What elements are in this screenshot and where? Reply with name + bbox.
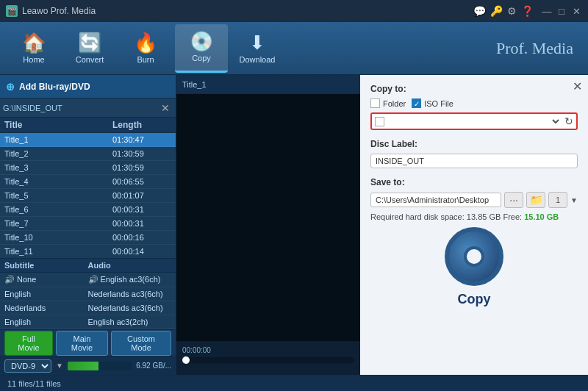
file-row[interactable]: Title_6 00:00:31 — [0, 203, 176, 217]
copy-to-row: Folder ISO File — [370, 98, 578, 108]
audio-value: English ac3(2ch) — [88, 318, 172, 326]
left-panel: ⊕ Add Blu-ray/DVD G:\INSIDE_OUT ✕ Title … — [0, 75, 176, 375]
file-row[interactable]: Title_1 01:30:47 — [0, 133, 176, 147]
audio-value: Nederlands ac3(6ch) — [88, 290, 172, 298]
file-length: 01:30:59 — [112, 149, 171, 158]
subtitle-audio-row[interactable]: Nederlands Nederlands ac3(6ch) — [0, 301, 176, 315]
mode-buttons-bar: Full Movie Main Movie Custom Mode — [0, 329, 176, 356]
disc-label-label: Disc Label: — [370, 139, 578, 149]
save-path-browse-button[interactable]: ··· — [504, 192, 523, 208]
toolbar-item-copy[interactable]: 💿 Copy — [175, 24, 228, 73]
minimize-button[interactable]: — — [541, 5, 553, 17]
right-panel-close-button[interactable]: ✕ — [573, 79, 582, 93]
download-icon: ⬇ — [249, 33, 265, 52]
video-controls: 00:00:00 — [176, 341, 360, 375]
file-length: 00:00:14 — [112, 247, 171, 256]
folder-checkbox[interactable] — [370, 98, 380, 108]
file-row[interactable]: Title_10 00:00:16 — [0, 231, 176, 245]
main-area: ⊕ Add Blu-ray/DVD G:\INSIDE_OUT ✕ Title … — [0, 75, 588, 375]
copy-disc-icon[interactable] — [445, 227, 503, 286]
subtitle-value: 🔊None — [4, 275, 88, 284]
app-title: Leawo Prof. Media — [22, 6, 96, 16]
dropdown-arrow-icon: ▼ — [56, 362, 63, 370]
home-icon: 🏠 — [22, 33, 46, 52]
center-panel: Title_1 00:00:00 — [176, 75, 360, 375]
folder-option[interactable]: Folder — [370, 98, 406, 108]
full-movie-button[interactable]: Full Movie — [4, 331, 53, 356]
main-movie-button[interactable]: Main Movie — [56, 331, 108, 356]
file-title: Title_4 — [4, 177, 112, 186]
gear-icon[interactable]: ⚙ — [507, 5, 517, 17]
file-title: Title_10 — [4, 233, 112, 242]
iso-path-checkbox[interactable] — [375, 117, 384, 126]
iso-path-dropdown[interactable] — [547, 117, 562, 126]
iso-checkbox[interactable] — [412, 98, 421, 108]
file-title: Title_3 — [4, 163, 112, 172]
brand-text: Prof. Media — [496, 39, 581, 58]
video-title-bar: Title_1 — [176, 75, 360, 94]
copy-label: Copy — [192, 54, 211, 62]
subtitle-header: Subtitle — [4, 261, 88, 270]
custom-mode-button[interactable]: Custom Mode — [111, 331, 171, 356]
disc-label-section: Disc Label: — [370, 139, 578, 168]
video-progress-bar[interactable] — [182, 357, 354, 363]
iso-option[interactable]: ISO File — [412, 98, 453, 108]
path-close-button[interactable]: ✕ — [158, 102, 173, 114]
file-row[interactable]: Title_2 01:30:59 — [0, 147, 176, 161]
toolbar: 🏠 Home 🔄 Convert 🔥 Burn 💿 Copy ⬇ Downloa… — [0, 22, 588, 75]
save-path-open-button[interactable]: 📁 — [526, 192, 545, 208]
file-row[interactable]: Title_5 00:01:07 — [0, 189, 176, 203]
file-title: Title_1 — [4, 135, 112, 144]
file-length: 00:00:31 — [112, 219, 171, 228]
dvd-bar: DVD-9 DVD-5 ▼ 6.92 GB/... — [0, 356, 176, 375]
toolbar-item-convert[interactable]: 🔄 Convert — [63, 24, 116, 73]
file-title: Title_7 — [4, 219, 112, 228]
audio-value: 🔊English ac3(6ch) — [88, 275, 172, 284]
file-path-text: G:\INSIDE_OUT — [3, 104, 155, 112]
save-to-label: Save to: — [370, 177, 578, 187]
subtitle-audio-row[interactable]: English Nederlands ac3(6ch) — [0, 287, 176, 301]
file-row[interactable]: Title_11 00:00:14 — [0, 245, 176, 258]
toolbar-item-home[interactable]: 🏠 Home — [7, 24, 60, 73]
dvd-progress-text: 6.92 GB/... — [136, 362, 171, 370]
audio-header: Audio — [88, 261, 172, 270]
subtitle-audio-row[interactable]: 🔊None 🔊English ac3(6ch) — [0, 273, 176, 287]
close-button[interactable]: ✕ — [570, 5, 582, 17]
subtitle-audio-header: Subtitle Audio — [0, 258, 176, 273]
file-row[interactable]: Title_4 00:06:55 — [0, 175, 176, 189]
dvd-format-select[interactable]: DVD-9 DVD-5 — [4, 359, 51, 373]
left-panel-header: ⊕ Add Blu-ray/DVD — [0, 75, 176, 98]
file-title: Title_5 — [4, 191, 112, 200]
file-title: Title_6 — [4, 205, 112, 214]
file-length: 00:00:31 — [112, 205, 171, 214]
file-table: Title_1 01:30:47 Title_2 01:30:59 Title_… — [0, 133, 176, 258]
file-row[interactable]: Title_7 00:00:31 — [0, 217, 176, 231]
help-icon[interactable]: ❓ — [521, 5, 534, 17]
file-row[interactable]: Title_3 01:30:59 — [0, 161, 176, 175]
speaker-icon: 🔊 — [4, 275, 15, 284]
iso-path-input[interactable] — [387, 117, 544, 126]
video-area — [176, 94, 360, 341]
copy-button-label[interactable]: Copy — [458, 292, 491, 307]
subtitle-audio-row[interactable]: English English ac3(2ch) — [0, 315, 176, 329]
key-icon[interactable]: 🔑 — [490, 5, 503, 17]
dvd-progress-bar — [68, 362, 132, 370]
left-panel-title: Add Blu-ray/DVD — [19, 82, 90, 92]
disc-label-input[interactable] — [370, 154, 578, 168]
refresh-icon[interactable]: ↻ — [564, 115, 573, 127]
save-path-num-button[interactable]: 1 — [548, 192, 567, 208]
toolbar-item-burn[interactable]: 🔥 Burn — [119, 24, 172, 73]
chat-icon[interactable]: 💬 — [473, 5, 486, 17]
app-icon: 🎬 — [6, 5, 18, 17]
convert-label: Convert — [76, 55, 104, 64]
toolbar-item-download[interactable]: ⬇ Download — [231, 24, 284, 73]
right-panel: ✕ Copy to: Folder ISO File — [360, 75, 588, 375]
save-path-select[interactable]: C:\Users\Administrator\Desktop — [370, 193, 501, 207]
video-progress-thumb[interactable] — [182, 356, 190, 364]
subtitle-value: English — [4, 290, 88, 298]
maximize-button[interactable]: □ — [556, 5, 567, 17]
toolbar-items: 🏠 Home 🔄 Convert 🔥 Burn 💿 Copy ⬇ Downloa… — [7, 24, 284, 73]
disk-space-required-label: Required hard disk space: — [370, 212, 465, 221]
file-length: 00:06:55 — [112, 177, 171, 186]
add-disc-icon: ⊕ — [6, 81, 15, 93]
